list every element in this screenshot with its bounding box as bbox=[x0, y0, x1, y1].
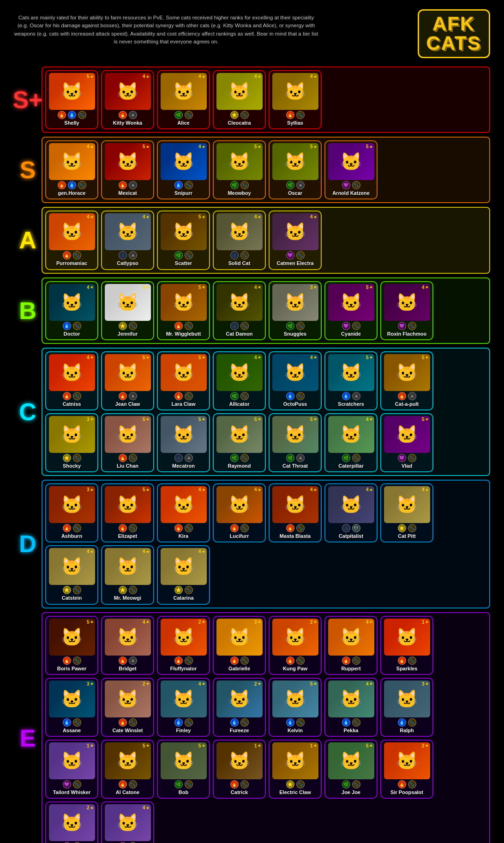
cat-card[interactable]: 🐱2★🔥🐾Fluffynator bbox=[157, 616, 210, 675]
sword-icon: ⚔ bbox=[129, 392, 137, 400]
cat-card[interactable]: 🐱5★🌿🐾Bob bbox=[157, 740, 210, 799]
cat-card[interactable]: 🐱4★💧🐾OctoPuss bbox=[269, 351, 322, 410]
cat-card[interactable]: 🐱3★💧🐾Assane bbox=[45, 678, 98, 737]
cat-card[interactable]: 🐱5★🔥🐾Al Catone bbox=[101, 740, 154, 799]
cat-card[interactable]: 🐱4★💜🐾Catmen Electra bbox=[269, 211, 322, 270]
cat-card[interactable]: 🐱5★🌿⚔Oscar bbox=[269, 140, 322, 199]
cat-card[interactable]: 🐱2★💧🐾Fureeze bbox=[213, 678, 266, 737]
cat-card[interactable]: 🐱4★⭐🐾Catstein bbox=[45, 545, 98, 604]
cat-stars-bar: 5★ bbox=[198, 285, 205, 290]
cat-card[interactable]: 🐱5★💜🐾Vlad bbox=[380, 413, 433, 472]
cat-stars-bar: 3★ bbox=[310, 285, 317, 290]
cat-card[interactable]: 🐱5★🔥⚔Jean Claw bbox=[101, 351, 154, 410]
cat-star-count: 5 bbox=[198, 743, 201, 748]
star-icon: ★ bbox=[313, 355, 317, 360]
cat-card[interactable]: 🐱5★💧🐾Kelvin bbox=[269, 678, 322, 737]
cat-icons-row: 🔥🐾 bbox=[63, 392, 81, 400]
cat-star-count: 4 bbox=[366, 681, 369, 686]
cat-card[interactable]: C🐱4★🔥🐾Masta Blasta bbox=[269, 483, 322, 542]
cat-card[interactable]: C🐱4★🌿🐾Allicator bbox=[213, 351, 266, 410]
cat-card[interactable]: 🐱4★💧🐾Snipurr bbox=[157, 140, 210, 199]
cat-portrait: 🐱4★ bbox=[328, 486, 374, 523]
nature-icon: 🌿 bbox=[230, 454, 239, 462]
cat-card[interactable]: 🐱2★🔥🐾Kung Paw bbox=[269, 616, 322, 675]
tier-row-d: D🐱3★🔥🐾Ashburn🐱5★🔥🐾Elizapet🐱4★🔥🐾Kira🐱4★🔥🐾… bbox=[14, 480, 490, 608]
cat-icons-row: 💧🐾 bbox=[286, 718, 305, 727]
cat-card[interactable]: 🐱2★💜🐾Winnicat bbox=[45, 801, 98, 843]
cat-star-count: 5 bbox=[310, 144, 313, 149]
cat-card[interactable]: 🐱3★🔥🐾Gabrielle bbox=[213, 616, 266, 675]
cat-card[interactable]: 🐱1★⭐🐾Electric Claw bbox=[269, 740, 322, 799]
cat-card[interactable]: 🐱4★🔥🐾Syllias bbox=[269, 70, 322, 129]
cat-card[interactable]: C🐱4★💜🐾Roxin Flachmoo bbox=[380, 281, 433, 340]
cat-stars-bar: 5★ bbox=[143, 285, 150, 290]
cat-card[interactable]: 🐱5★🔥🐾Elizapet bbox=[101, 483, 154, 542]
cat-card[interactable]: 🐱4★🔥🐾Lucifurr bbox=[213, 483, 266, 542]
cat-card[interactable]: 🐱4★💧🐾Finley bbox=[157, 678, 210, 737]
cat-card[interactable]: 🐱5★💜🐾Arnold Katzene bbox=[324, 140, 378, 199]
cat-card[interactable]: 🐱5★🌿🐾Scatter bbox=[157, 211, 210, 270]
cat-portrait: 🐱5★ bbox=[49, 619, 95, 656]
cat-card[interactable]: 🐱5★💧⚔Scratchers bbox=[324, 351, 378, 410]
cat-icons-row: 🌿🐾 bbox=[342, 780, 360, 789]
cat-card[interactable]: 🐱5★🌿🐾Joe Joe bbox=[324, 740, 378, 799]
paw-icon: 🐾 bbox=[240, 524, 249, 532]
cat-card[interactable]: 🐱3★💧🐾Ralph bbox=[380, 678, 433, 737]
cat-icons-row: 🌿🐾 bbox=[174, 111, 193, 119]
cat-card[interactable]: 🐱4★🔥🐾Catniss bbox=[45, 351, 98, 410]
cat-card[interactable]: 🐱4★💧🐾Pekka bbox=[324, 678, 378, 737]
cat-card[interactable]: C🐱4★🌑⚔Catlypso bbox=[101, 211, 154, 270]
light-icon: ⭐ bbox=[286, 780, 294, 789]
cat-card[interactable]: 🐱4★🔥🐾Kira bbox=[157, 483, 210, 542]
cat-card[interactable]: 🐱4★🌿🐾Caterpillar bbox=[324, 413, 378, 472]
cat-star-count: 4 bbox=[87, 214, 90, 219]
cat-card[interactable]: 🐱4★⭐🐾Cleocatra bbox=[213, 70, 266, 129]
cat-portrait: 🐱4★ bbox=[216, 73, 263, 110]
paw-icon: 🐾 bbox=[352, 780, 360, 789]
cat-card[interactable]: 🐱4★🔥🐾Ruppert bbox=[324, 616, 378, 675]
cat-card[interactable]: 🐱5★🌿🐾Meowboy bbox=[213, 140, 266, 199]
fire-icon: 🔥 bbox=[398, 392, 406, 400]
cat-card[interactable]: 🐱1★🔥🐾Sparkles bbox=[380, 616, 433, 675]
cat-card[interactable]: C🐱5★🔥⚔Cat-a-pult bbox=[380, 351, 433, 410]
cat-card[interactable]: 🐱3★🔥🐾Ashburn bbox=[45, 483, 98, 542]
cat-card[interactable]: 🐱5★⭐🐾Jennifur bbox=[101, 281, 154, 340]
cat-card[interactable]: 🐱5★🔥🐾Boris Pawer bbox=[45, 616, 98, 675]
cat-card[interactable]: 🐱2★🔥🐾Sir Poopsalot bbox=[380, 740, 433, 799]
paw-icon: 🐾 bbox=[296, 524, 305, 532]
cat-card[interactable]: 🐱4★⭐🐾Cat Pitt bbox=[380, 483, 433, 542]
star-icon: ★ bbox=[369, 145, 373, 149]
cat-card[interactable]: 🐱5★🔥🐾Mr. Wigglebutt bbox=[157, 281, 210, 340]
cat-icons-row: 🌿🐾 bbox=[174, 251, 193, 259]
cat-card[interactable]: 🐱1★🔥🐾Catrick bbox=[213, 740, 266, 799]
cat-card[interactable]: C🐱5★🌿⚔Cat Throat bbox=[269, 413, 322, 472]
cat-card[interactable]: 🐱3★⭐🐾Shocky bbox=[45, 413, 98, 472]
paw-icon: 🐾 bbox=[185, 181, 193, 189]
cat-card[interactable]: 🐱4★🔥⚔Kitty Wonka bbox=[101, 70, 154, 129]
cat-card[interactable]: C🐱4★⭐🐾Mr. Meowgi bbox=[101, 545, 154, 604]
cat-card[interactable]: 🐱4★🔥💧🐾gen.Horace bbox=[45, 140, 98, 199]
cat-card[interactable]: 🐱1★💜🐾Tailord Whisker bbox=[45, 740, 98, 799]
fire-icon: 🔥 bbox=[174, 392, 183, 400]
cat-card[interactable]: 🐱4★🌑🛡Catpitalist bbox=[324, 483, 378, 542]
tier-label-d: D bbox=[14, 480, 42, 608]
cat-card[interactable]: C🐱4★⭐🐾Catarina bbox=[157, 545, 210, 604]
cat-card[interactable]: 🐱5★💜🐾Cyanide bbox=[324, 281, 378, 340]
cat-card[interactable]: 🐱4★💜🐾Purrgi bbox=[101, 801, 154, 843]
cat-card[interactable]: 🐱5★🌿🐾Raymond bbox=[213, 413, 266, 472]
cat-card[interactable]: 🐱5★🔥💧🐾Shelly bbox=[45, 70, 98, 129]
cat-card[interactable]: 🐱4★🌑🐾Cat Damon bbox=[213, 281, 266, 340]
cat-card[interactable]: 🐱5★🔥🐾Lara Claw bbox=[157, 351, 210, 410]
cat-card[interactable]: 🐱4★🌑🐾Solid Cat bbox=[213, 211, 266, 270]
cat-card[interactable]: C🐱5★🔥⚔Mexicat bbox=[101, 140, 154, 199]
cat-card[interactable]: 🐱3★🌿🐾Snuggles bbox=[269, 281, 322, 340]
cat-portrait: 🐱4★ bbox=[384, 486, 430, 523]
cat-card[interactable]: 🐱4★💧🐾Doctor bbox=[45, 281, 98, 340]
cat-card[interactable]: 🐱2★🔥🐾Cate Winslet bbox=[101, 678, 154, 737]
cat-card[interactable]: C🐱5★🔥🐾Liu Chan bbox=[101, 413, 154, 472]
cat-card[interactable]: 🐱4★🔥⚔Bridget bbox=[101, 616, 154, 675]
cat-card[interactable]: 🐱4★🌿🐾Alice bbox=[157, 70, 210, 129]
cat-stars-bar: 3★ bbox=[87, 487, 94, 492]
cat-card[interactable]: 🐱5★🌑⚔Mecatron bbox=[157, 413, 210, 472]
cat-card[interactable]: 🐱4★🔥🐾Purromaniac bbox=[45, 211, 98, 270]
